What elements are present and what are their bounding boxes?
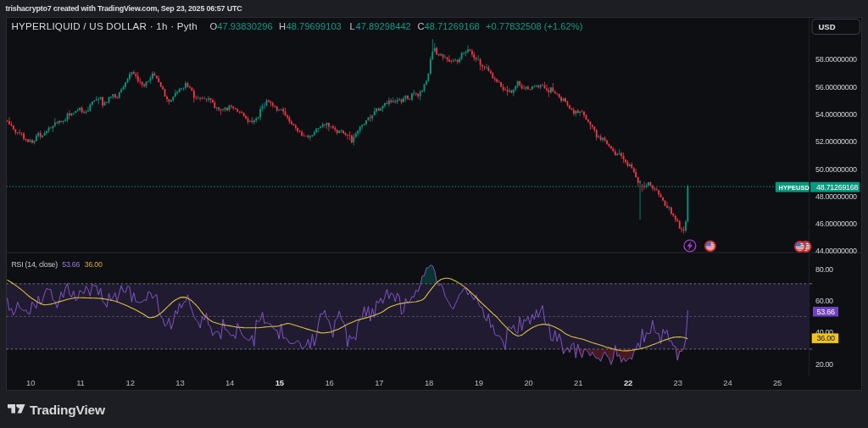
- svg-text:54.00000000: 54.00000000: [815, 110, 857, 119]
- svg-text:58.00000000: 58.00000000: [815, 55, 857, 64]
- svg-text:20: 20: [524, 378, 532, 387]
- svg-text:60.00: 60.00: [815, 297, 833, 305]
- svg-text:+0.77832508 (+1.62%): +0.77832508 (+1.62%): [486, 21, 583, 31]
- svg-text:20.00: 20.00: [815, 360, 833, 369]
- svg-text:14: 14: [225, 378, 234, 387]
- svg-text:22: 22: [624, 378, 632, 387]
- svg-text:56.00000000: 56.00000000: [815, 83, 857, 92]
- svg-text:48.71269168: 48.71269168: [816, 183, 858, 192]
- svg-text:HYPERLIQUID / US DOLLAR · 1h ·: HYPERLIQUID / US DOLLAR · 1h · Pyth: [12, 20, 198, 31]
- svg-text:80.00: 80.00: [815, 265, 833, 274]
- svg-text:53.66: 53.66: [817, 308, 836, 316]
- svg-text:13: 13: [175, 378, 184, 387]
- svg-text:12: 12: [126, 378, 135, 387]
- svg-text:H: H: [279, 21, 286, 31]
- svg-text:USD: USD: [819, 22, 836, 31]
- svg-text:O: O: [210, 21, 218, 31]
- svg-text:52.00000000: 52.00000000: [815, 137, 857, 146]
- svg-text:36.00: 36.00: [817, 334, 836, 342]
- svg-text:48.79699103: 48.79699103: [287, 21, 342, 31]
- svg-text:16: 16: [326, 378, 334, 387]
- svg-text:23: 23: [674, 378, 682, 387]
- svg-text:RSI (14, close): RSI (14, close): [12, 260, 58, 269]
- svg-text:10: 10: [26, 378, 35, 387]
- svg-text:L: L: [350, 21, 355, 31]
- svg-text:36.00: 36.00: [85, 260, 103, 269]
- svg-text:46.00000000: 46.00000000: [815, 220, 857, 228]
- svg-text:47.89298442: 47.89298442: [356, 21, 411, 31]
- svg-text:44.00000000: 44.00000000: [815, 247, 857, 255]
- svg-text:50.00000000: 50.00000000: [815, 165, 857, 174]
- svg-text:24: 24: [723, 378, 732, 387]
- svg-text:11: 11: [76, 378, 84, 387]
- svg-text:17: 17: [375, 378, 383, 387]
- svg-text:48.00000000: 48.00000000: [815, 192, 857, 201]
- svg-text:25: 25: [773, 378, 782, 387]
- svg-text:21: 21: [574, 378, 582, 387]
- svg-text:19: 19: [475, 378, 483, 387]
- svg-text:C: C: [418, 21, 425, 31]
- svg-text:53.66: 53.66: [62, 260, 80, 269]
- svg-text:15: 15: [275, 378, 285, 387]
- svg-text:47.93830296: 47.93830296: [217, 21, 272, 31]
- svg-text:18: 18: [425, 378, 433, 387]
- svg-text:48.71269168: 48.71269168: [425, 21, 480, 31]
- svg-text:HYPEUSD: HYPEUSD: [779, 184, 810, 192]
